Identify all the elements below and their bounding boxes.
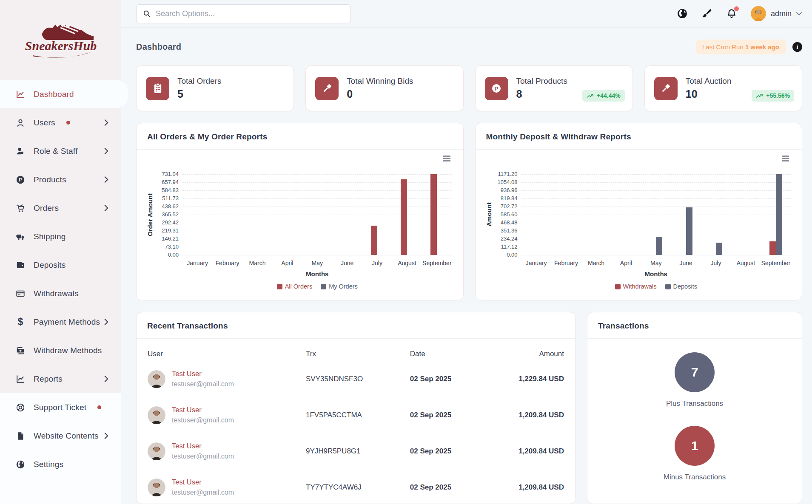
- bar-deposits-july: [716, 243, 722, 255]
- y-tick-label: 511.73: [162, 195, 179, 201]
- sidebar-item-role-staff[interactable]: Role & Staff: [0, 137, 121, 165]
- sidebar-item-label: Website Contents: [34, 431, 99, 441]
- sidebar-item-reports[interactable]: Reports: [0, 365, 121, 393]
- chevron-right-icon: [104, 205, 108, 211]
- bar-group-april: [611, 174, 641, 255]
- y-tick-label: 365.52: [162, 211, 179, 218]
- sidebar-item-withdraw-methods[interactable]: Withdraw Methods: [0, 336, 121, 365]
- stats-row: Total Orders 5 Total Winning Bids 0 P To…: [136, 65, 802, 111]
- y-axis-ticks: 1171.201054.08936.96819.84702.72585.6046…: [493, 174, 521, 255]
- x-tick-label: March: [581, 260, 611, 266]
- user-avatar: [148, 479, 165, 496]
- bar-group-january: [521, 174, 551, 255]
- sidebar-item-dashboard[interactable]: Dashboard: [0, 80, 128, 108]
- globe-icon[interactable]: [677, 8, 688, 19]
- brush-icon[interactable]: [701, 8, 712, 19]
- sidebar-item-users[interactable]: Users: [0, 108, 121, 137]
- stat-value: 5: [177, 88, 221, 100]
- sidebar-item-deposits[interactable]: Deposits: [0, 251, 121, 279]
- gridline: [182, 255, 452, 255]
- title-row: Dashboard Last Cron Run 1 week ago i: [136, 40, 802, 54]
- user-link[interactable]: Test User: [172, 442, 234, 450]
- user-link[interactable]: Test User: [172, 370, 234, 378]
- transaction-row: Test User testuser@gmail.com TY7YTYC4AW6…: [148, 469, 564, 504]
- notification-dot: [97, 405, 101, 409]
- user-link[interactable]: Test User: [172, 406, 234, 414]
- chart-card-deposits: Monthly Deposit & Withdraw Reports Amoun…: [475, 123, 803, 300]
- search-box: [136, 4, 351, 23]
- x-tick-label: September: [761, 260, 791, 266]
- stat-label: Total Auction: [686, 76, 732, 86]
- chevron-right-icon: [104, 319, 108, 325]
- svg-text:P: P: [495, 85, 499, 92]
- sidebar-item-label: Withdraw Methods: [34, 346, 102, 355]
- sidebar-item-label: Settings: [34, 460, 63, 469]
- bar-all-orders-august: [401, 179, 407, 255]
- user-menu[interactable]: admin: [751, 6, 802, 21]
- legend-label: My Orders: [329, 283, 358, 290]
- column-header-trx: Trx: [306, 350, 410, 358]
- notification-dot: [734, 6, 739, 11]
- sidebar-item-label: Payment Methods: [34, 317, 100, 327]
- dollar-icon: $: [15, 317, 26, 327]
- plot-area: [182, 174, 452, 255]
- gavel-icon: [315, 77, 339, 100]
- user-email: testuser@gmail.com: [172, 489, 234, 496]
- sidebar-item-label: Withdrawals: [34, 289, 79, 298]
- sidebar-item-withdrawals[interactable]: Withdrawals: [0, 279, 121, 308]
- bar-group-august: [731, 174, 761, 255]
- user-link[interactable]: Test User: [172, 478, 234, 486]
- brand-logo[interactable]: SneakersHub: [0, 0, 121, 80]
- sidebar-item-orders[interactable]: Orders: [0, 194, 121, 222]
- bell-icon[interactable]: [726, 8, 737, 19]
- x-tick-label: April: [611, 260, 641, 266]
- plus-transactions-label: Plus Transactions: [666, 399, 723, 408]
- y-tick-label: 819.84: [501, 195, 518, 201]
- legend-deposits[interactable]: Deposits: [665, 283, 697, 290]
- sidebar-item-products[interactable]: P Products: [0, 165, 121, 194]
- y-tick-label: 657.94: [162, 179, 179, 185]
- chart-menu-icon[interactable]: [780, 154, 791, 164]
- x-axis-ticks: JanuaryFebruaryMarchAprilMayJuneJulyAugu…: [182, 260, 452, 266]
- trx-date: 02 Sep 2025: [410, 447, 489, 456]
- cart-icon: [15, 203, 26, 213]
- topbar: admin: [121, 0, 812, 28]
- stat-label: Total Products: [516, 76, 567, 86]
- svg-text:SneakersHub: SneakersHub: [25, 39, 96, 53]
- bar-group-september: [761, 174, 791, 255]
- transactions-title: Transactions: [598, 321, 649, 330]
- x-tick-label: May: [641, 260, 671, 266]
- legend-marker: [277, 284, 282, 289]
- legend-my-orders[interactable]: My Orders: [321, 283, 358, 290]
- sidebar-item-website-contents[interactable]: Website Contents: [0, 422, 121, 450]
- sidebar-item-settings[interactable]: Settings: [0, 450, 121, 479]
- trx-amount: 1,209.84 USD: [489, 411, 564, 419]
- page-title: Dashboard: [136, 42, 181, 52]
- y-tick-label: 731.04: [162, 171, 179, 177]
- user-email: testuser@gmail.com: [172, 453, 234, 460]
- chart-menu-icon[interactable]: [442, 154, 452, 164]
- legend-withdrawals[interactable]: Withdrawals: [615, 283, 657, 290]
- legend-all-orders[interactable]: All Orders: [277, 283, 312, 290]
- search-input[interactable]: [156, 9, 345, 18]
- username-label: admin: [771, 9, 792, 18]
- sidebar-item-shipping[interactable]: Shipping: [0, 222, 121, 251]
- x-tick-label: August: [731, 260, 761, 266]
- sidebar-item-payment-methods[interactable]: $ Payment Methods: [0, 308, 121, 336]
- bar-group-june: [332, 174, 362, 255]
- sidebar-item-support-ticket[interactable]: Support Ticket: [0, 393, 121, 422]
- sidebar-item-label: Role & Staff: [34, 147, 77, 156]
- table-body: Test User testuser@gmail.com SVY35NDNSF3…: [148, 361, 564, 504]
- trx-amount: 1,229.84 USD: [489, 375, 564, 383]
- y-tick-label: 117.12: [501, 244, 518, 250]
- product-icon: P: [15, 175, 26, 185]
- trx-code: SVY35NDNSF3O: [306, 375, 410, 383]
- trx-amount: 1,209.84 USD: [489, 447, 564, 456]
- sidebar-item-label: Orders: [34, 204, 59, 213]
- bar-group-june: [671, 174, 701, 255]
- sidebar-item-label: Shipping: [34, 232, 66, 241]
- info-icon[interactable]: i: [792, 42, 802, 52]
- user-avatar: [148, 370, 165, 388]
- x-tick-label: April: [272, 260, 302, 266]
- bar-all-orders-september: [430, 174, 437, 255]
